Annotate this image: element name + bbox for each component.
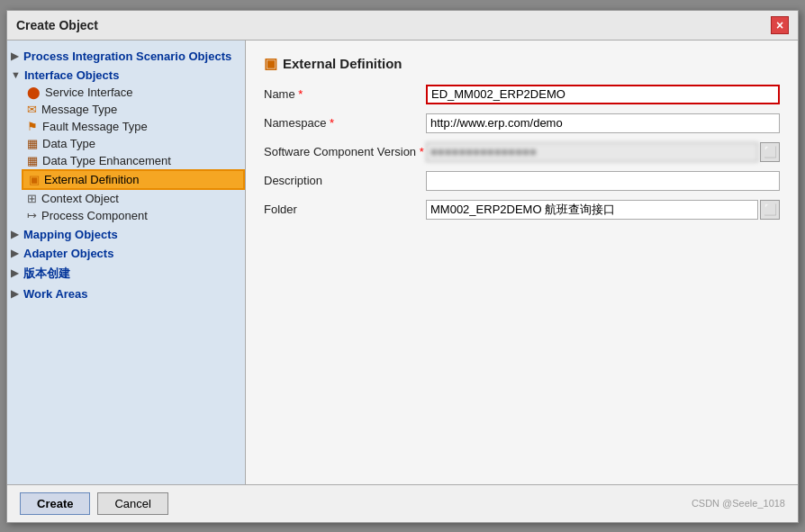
watermark-text: CSDN @Seele_1018	[692, 498, 785, 509]
fault-message-type-icon: ⚑	[27, 120, 38, 133]
sidebar-item-service-interface[interactable]: ⬤ Service Interface	[22, 84, 245, 101]
sidebar-label-adapter-objects: Adapter Objects	[23, 247, 113, 260]
create-object-dialog: Create Object × ▶ Process Integration Sc…	[6, 10, 799, 523]
folder-field-group: ⬜	[426, 200, 780, 220]
sidebar-label-fault-message-type: Fault Message Type	[42, 120, 148, 133]
tree-section-process: ▶ Process Integration Scenario Objects	[7, 48, 245, 65]
expand-icon-adapter: ▶	[11, 248, 20, 259]
sidebar-item-data-type-enhancement[interactable]: ▦ Data Type Enhancement	[22, 152, 245, 169]
sidebar-label-context-object: Context Object	[41, 192, 119, 205]
sidebar-item-fault-message-type[interactable]: ⚑ Fault Message Type	[22, 118, 245, 135]
close-button[interactable]: ×	[771, 16, 789, 34]
folder-label: Folder	[264, 203, 426, 216]
expand-icon-version: ▶	[11, 267, 20, 279]
sidebar-label-process-component: Process Component	[41, 209, 148, 222]
form-section-title: ▣ External Definition	[264, 55, 780, 72]
namespace-required-star: *	[330, 116, 334, 130]
folder-input[interactable]	[426, 200, 758, 220]
footer-buttons: Create Cancel	[20, 492, 168, 515]
description-input[interactable]	[426, 171, 780, 191]
namespace-row: Namespace *	[264, 113, 780, 133]
name-input[interactable]	[426, 85, 780, 104]
sidebar-label-service-interface: Service Interface	[45, 86, 133, 99]
software-component-row: Software Component Version * ■■■■■■■■■■■…	[264, 142, 780, 162]
sidebar-label-mapping-objects: Mapping Objects	[23, 228, 118, 241]
sidebar-item-mapping-objects[interactable]: ▶ Mapping Objects	[7, 226, 245, 243]
tree-section-interface: ▼ Interface Objects ⬤ Service Interface …	[7, 67, 245, 224]
context-object-icon: ⊞	[27, 192, 37, 205]
name-required-star: *	[298, 87, 303, 101]
cancel-button[interactable]: Cancel	[97, 492, 167, 515]
dialog-title: Create Object	[16, 18, 98, 32]
namespace-input[interactable]	[426, 113, 780, 133]
description-row: Description	[264, 171, 780, 191]
sidebar-item-context-object[interactable]: ⊞ Context Object	[22, 190, 245, 207]
tree-section-mapping: ▶ Mapping Objects	[7, 226, 245, 243]
sidebar-label-data-type-enhancement: Data Type Enhancement	[42, 154, 171, 167]
form-section-icon: ▣	[264, 55, 277, 72]
sidebar-item-adapter-objects[interactable]: ▶ Adapter Objects	[7, 245, 245, 262]
external-definition-icon: ▣	[29, 173, 40, 186]
description-label: Description	[264, 174, 426, 187]
sidebar-item-data-type[interactable]: ▦ Data Type	[22, 135, 245, 152]
right-panel: ▣ External Definition Name * Namespace *	[246, 41, 798, 484]
sidebar-label-interface-objects: Interface Objects	[24, 68, 120, 82]
title-bar: Create Object ×	[7, 11, 798, 41]
interface-children: ⬤ Service Interface ✉ Message Type ⚑ Fau…	[7, 84, 245, 224]
software-component-blurred-value: ■■■■■■■■■■■■■■■	[426, 142, 758, 162]
name-row: Name *	[264, 85, 780, 104]
dialog-footer: Create Cancel CSDN @Seele_1018	[7, 484, 798, 522]
sidebar-item-work-areas[interactable]: ▶ Work Areas	[7, 285, 245, 302]
create-button[interactable]: Create	[20, 492, 90, 515]
left-panel: ▶ Process Integration Scenario Objects ▼…	[7, 41, 246, 484]
software-component-browse-button[interactable]: ⬜	[760, 142, 780, 162]
tree-section-work-areas: ▶ Work Areas	[7, 285, 245, 302]
sidebar-item-process-integration-scenario[interactable]: ▶ Process Integration Scenario Objects	[7, 48, 245, 65]
sidebar-label-message-type: Message Type	[41, 103, 117, 116]
sidebar-item-external-definition[interactable]: ▣ External Definition	[22, 169, 245, 190]
tree-section-adapter: ▶ Adapter Objects	[7, 245, 245, 262]
expand-icon: ▶	[11, 50, 20, 62]
folder-browse-button[interactable]: ⬜	[760, 200, 780, 220]
sidebar-item-interface-objects[interactable]: ▼ Interface Objects	[7, 67, 245, 84]
namespace-label: Namespace *	[264, 116, 426, 130]
software-component-label: Software Component Version *	[264, 145, 426, 158]
sidebar-item-version-create[interactable]: ▶ 版本创建	[7, 264, 245, 284]
sidebar-label-process-integration-scenario: Process Integration Scenario Objects	[23, 50, 231, 63]
form-title-text: External Definition	[283, 56, 402, 71]
software-component-field-group: ■■■■■■■■■■■■■■■ ⬜	[426, 142, 780, 162]
message-type-icon: ✉	[27, 103, 37, 116]
sidebar-item-message-type[interactable]: ✉ Message Type	[22, 101, 245, 118]
name-label: Name *	[264, 87, 426, 101]
sidebar-label-external-definition: External Definition	[44, 173, 140, 186]
folder-row: Folder ⬜	[264, 200, 780, 220]
software-required-star: *	[420, 145, 424, 158]
sidebar-label-data-type: Data Type	[42, 137, 95, 150]
process-component-icon: ↦	[27, 209, 37, 222]
expand-icon-interface: ▼	[11, 69, 21, 80]
data-type-icon: ▦	[27, 137, 38, 150]
sidebar-label-version-create: 版本创建	[23, 266, 70, 282]
service-interface-icon: ⬤	[27, 86, 41, 99]
dialog-body: ▶ Process Integration Scenario Objects ▼…	[7, 41, 798, 484]
tree-section-version: ▶ 版本创建	[7, 264, 245, 284]
expand-icon-mapping: ▶	[11, 229, 20, 240]
data-type-enhancement-icon: ▦	[27, 154, 38, 167]
sidebar-label-work-areas: Work Areas	[23, 287, 88, 301]
expand-icon-work-areas: ▶	[11, 288, 20, 300]
sidebar-item-process-component[interactable]: ↦ Process Component	[22, 207, 245, 224]
